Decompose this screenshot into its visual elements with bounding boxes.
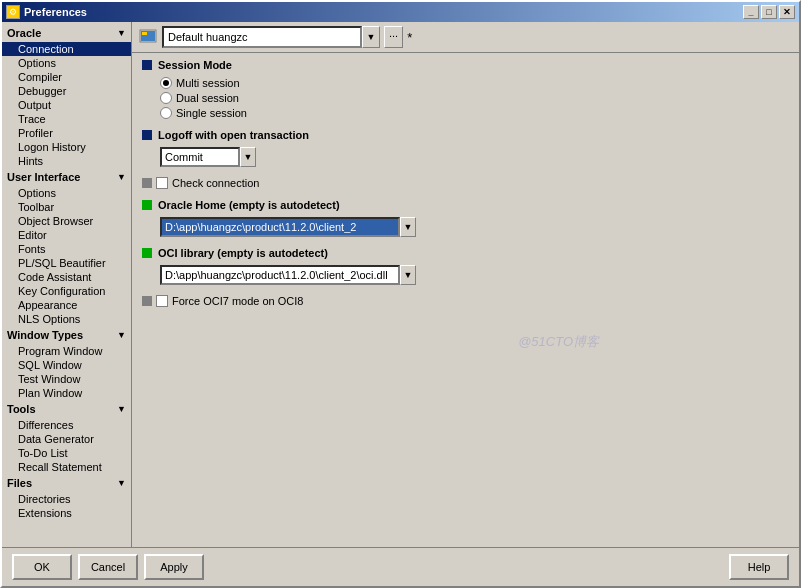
sidebar-item-logon-history[interactable]: Logon History — [2, 140, 131, 154]
sidebar-item-debugger[interactable]: Debugger — [2, 84, 131, 98]
sidebar-item-data-generator[interactable]: Data Generator — [2, 432, 131, 446]
files-arrow-icon: ▼ — [117, 478, 126, 488]
title-buttons: _ □ ✕ — [743, 5, 795, 19]
sidebar-item-editor[interactable]: Editor — [2, 228, 131, 242]
close-button[interactable]: ✕ — [779, 5, 795, 19]
title-bar-left: ⚙ Preferences — [6, 5, 87, 19]
bottom-left-buttons: OK Cancel Apply — [12, 554, 723, 580]
svg-rect-2 — [142, 32, 147, 35]
radio-dual-input[interactable] — [160, 92, 172, 104]
sidebar-item-plan-window[interactable]: Plan Window — [2, 386, 131, 400]
force-oci7-checkbox[interactable] — [156, 295, 168, 307]
ok-button[interactable]: OK — [12, 554, 72, 580]
sidebar-item-test-window[interactable]: Test Window — [2, 372, 131, 386]
oracle-home-header: Oracle Home (empty is autodetect) — [142, 199, 789, 211]
sidebar-item-sql-window[interactable]: SQL Window — [2, 358, 131, 372]
category-window-types[interactable]: Window Types ▼ — [2, 326, 131, 344]
check-connection-label: Check connection — [172, 177, 259, 189]
window-types-items: Program Window SQL Window Test Window Pl… — [2, 344, 131, 400]
profile-dropdown[interactable]: Default huangzc — [162, 26, 362, 48]
preferences-window: ⚙ Preferences _ □ ✕ Oracle ▼ Connection … — [0, 0, 801, 588]
sidebar-item-profiler[interactable]: Profiler — [2, 126, 131, 140]
left-panel: Oracle ▼ Connection Options Compiler Deb… — [2, 22, 132, 547]
logoff-value[interactable]: Commit — [160, 147, 240, 167]
profile-dropdown-arrow[interactable]: ▼ — [362, 26, 380, 48]
radio-item-single[interactable]: Single session — [160, 107, 789, 119]
logoff-select: Commit ▼ — [160, 147, 789, 167]
sidebar-item-trace[interactable]: Trace — [2, 112, 131, 126]
sidebar-item-nls-options[interactable]: NLS Options — [2, 312, 131, 326]
oracle-home-input[interactable]: D:\app\huangzc\product\11.2.0\client_2 — [160, 217, 400, 237]
sidebar-item-appearance[interactable]: Appearance — [2, 298, 131, 312]
session-mode-header: Session Mode — [142, 59, 789, 71]
sidebar-item-object-browser[interactable]: Object Browser — [2, 214, 131, 228]
watermark: @51CTO博客 — [518, 333, 599, 351]
radio-dual-label: Dual session — [176, 92, 239, 104]
sidebar-item-program-window[interactable]: Program Window — [2, 344, 131, 358]
sidebar-item-code-assistant[interactable]: Code Assistant — [2, 270, 131, 284]
sidebar-item-recall-statement[interactable]: Recall Statement — [2, 460, 131, 474]
logoff-label: Logoff with open transaction — [158, 129, 309, 141]
sidebar-item-toolbar[interactable]: Toolbar — [2, 200, 131, 214]
content-area: @51CTO博客 Session Mode Multi session — [132, 53, 799, 547]
tools-items: Differences Data Generator To-Do List Re… — [2, 418, 131, 474]
oracle-arrow-icon: ▼ — [117, 28, 126, 38]
minimize-button[interactable]: _ — [743, 5, 759, 19]
force-oci7-label: Force OCI7 mode on OCI8 — [172, 295, 303, 307]
logoff-header: Logoff with open transaction — [142, 129, 789, 141]
user-interface-arrow-icon: ▼ — [117, 172, 126, 182]
oracle-home-arrow[interactable]: ▼ — [400, 217, 416, 237]
category-tools-label: Tools — [7, 403, 36, 415]
sidebar-item-extensions[interactable]: Extensions — [2, 506, 131, 520]
profile-value: Default huangzc — [168, 31, 248, 43]
logoff-combo-container: Commit ▼ — [160, 147, 789, 167]
radio-multi-input[interactable] — [160, 77, 172, 89]
category-tools[interactable]: Tools ▼ — [2, 400, 131, 418]
window-title: Preferences — [24, 6, 87, 18]
sidebar-item-options-ui[interactable]: Options — [2, 186, 131, 200]
check-connection-square — [142, 178, 152, 188]
session-mode-section: Session Mode Multi session Dual session — [142, 59, 789, 119]
bottom-bar: OK Cancel Apply Help — [2, 547, 799, 586]
session-mode-square — [142, 60, 152, 70]
sidebar-item-compiler[interactable]: Compiler — [2, 70, 131, 84]
force-oci7-section: Force OCI7 mode on OCI8 — [142, 295, 789, 307]
sidebar-item-to-do-list[interactable]: To-Do List — [2, 446, 131, 460]
help-button[interactable]: Help — [729, 554, 789, 580]
oracle-items: Connection Options Compiler Debugger Out… — [2, 42, 131, 168]
category-files[interactable]: Files ▼ — [2, 474, 131, 492]
check-connection-section: Check connection — [142, 177, 789, 189]
sidebar-item-differences[interactable]: Differences — [2, 418, 131, 432]
radio-item-dual[interactable]: Dual session — [160, 92, 789, 104]
sidebar-item-fonts[interactable]: Fonts — [2, 242, 131, 256]
sidebar-item-options[interactable]: Options — [2, 56, 131, 70]
title-bar: ⚙ Preferences _ □ ✕ — [2, 2, 799, 22]
session-mode-radio-group: Multi session Dual session Single sessio… — [160, 77, 789, 119]
sidebar-item-directories[interactable]: Directories — [2, 492, 131, 506]
oracle-home-title: Oracle Home (empty is autodetect) — [158, 199, 340, 211]
radio-single-input[interactable] — [160, 107, 172, 119]
sidebar-item-hints[interactable]: Hints — [2, 154, 131, 168]
category-oracle[interactable]: Oracle ▼ — [2, 24, 131, 42]
cancel-button[interactable]: Cancel — [78, 554, 138, 580]
radio-item-multi[interactable]: Multi session — [160, 77, 789, 89]
logoff-dropdown-arrow[interactable]: ▼ — [240, 147, 256, 167]
ellipsis-button[interactable]: ... — [384, 26, 403, 48]
category-user-interface-label: User Interface — [7, 171, 80, 183]
category-user-interface[interactable]: User Interface ▼ — [2, 168, 131, 186]
check-connection-item[interactable]: Check connection — [142, 177, 789, 189]
sidebar-item-output[interactable]: Output — [2, 98, 131, 112]
logoff-section: Logoff with open transaction Commit ▼ — [142, 129, 789, 167]
sidebar-item-plsql-beautifier[interactable]: PL/SQL Beautifier — [2, 256, 131, 270]
oracle-home-combo: D:\app\huangzc\product\11.2.0\client_2 ▼ — [160, 217, 789, 237]
check-connection-checkbox[interactable] — [156, 177, 168, 189]
oci-library-arrow[interactable]: ▼ — [400, 265, 416, 285]
force-oci7-item[interactable]: Force OCI7 mode on OCI8 — [142, 295, 789, 307]
oci-library-input[interactable]: D:\app\huangzc\product\11.2.0\client_2\o… — [160, 265, 400, 285]
sidebar-item-key-configuration[interactable]: Key Configuration — [2, 284, 131, 298]
maximize-button[interactable]: □ — [761, 5, 777, 19]
window-icon: ⚙ — [6, 5, 20, 19]
logoff-square — [142, 130, 152, 140]
sidebar-item-connection[interactable]: Connection — [2, 42, 131, 56]
apply-button[interactable]: Apply — [144, 554, 204, 580]
